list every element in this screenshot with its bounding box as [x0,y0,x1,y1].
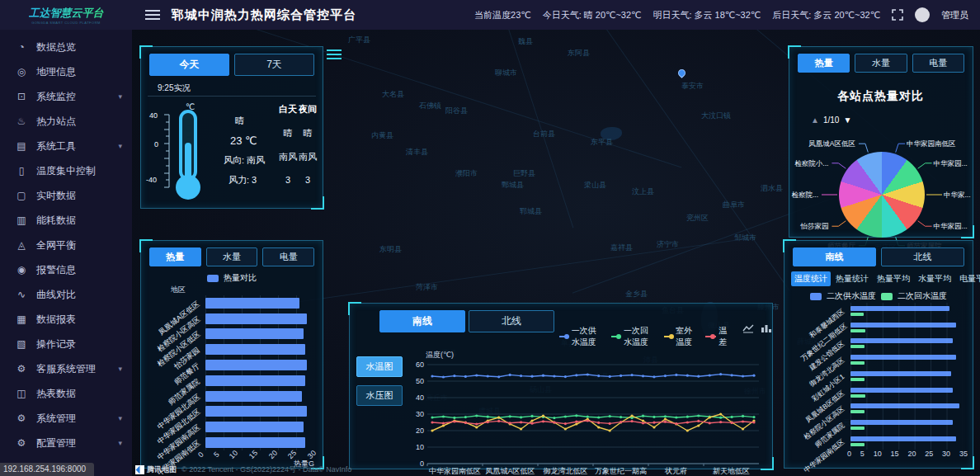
sidebar-item-history[interactable]: ▧操作记录 [0,332,132,356]
heat-bar [205,344,305,355]
sidebar-item-toolbox[interactable]: ▤系统工具▾ [0,134,132,158]
tab-south-line[interactable]: 南线 [793,247,876,266]
user-avatar[interactable] [915,7,930,22]
tab-electric[interactable]: 电量 [912,54,964,73]
subtab-电量平均[interactable]: 电量平均 [956,271,980,286]
sidebar-item-alarm-bell[interactable]: ◉报警信息 [0,257,132,282]
x-tick-label: 15 [891,450,899,458]
heat-bar [205,360,307,370]
chart-type-bar-icon[interactable] [761,323,772,333]
sidebar-item-label: 系统管理 [36,412,76,426]
heat-meter-icon: ◫ [15,388,28,399]
sidebar-item-compass[interactable]: ◎地理信息 [0,59,132,84]
weather-panel: 今天 7天 9:25实况 ℃ 40 0 [140,46,323,209]
sidebar-item-realtime-data[interactable]: ▢实时数据 [0,183,132,208]
chart-mode-buttons: 水温图 水压图 [350,348,403,406]
water-temp-button[interactable]: 水温图 [356,356,403,377]
collapse-menu-icon[interactable] [145,10,160,20]
tab-7days[interactable]: 7天 [234,54,314,76]
right-panel-tabs: 南线 北线 [784,241,973,270]
chart-type-line-icon[interactable] [742,323,754,333]
subtab-温度统计[interactable]: 温度统计 [791,271,831,286]
pie-slice-label: 怡莎家园 [800,222,828,232]
chevron-down-icon: ▾ [118,365,122,373]
map-place-label: 兖州区 [686,213,709,224]
sidebar-item-network-balance[interactable]: ◬全网平衡 [0,233,132,257]
sidebar-item-gauge[interactable]: ◔数据总览 [0,35,132,59]
water-pressure-button[interactable]: 水压图 [356,385,403,406]
service-gear-icon: ⚙ [15,363,28,375]
tab-north-line[interactable]: 北线 [469,310,554,332]
fullscreen-icon[interactable] [892,9,903,21]
panel-collapse-icon[interactable] [327,48,343,61]
temp-bar-plot: 和泰馨城西区万象世纪二期低区建发公馆低区御龙湾北高区彩虹城小区1凤凰城B区低区检… [791,303,966,450]
heat-legend-swatch [207,275,219,282]
col-day-header: 白天 [278,103,298,115]
map-place-label: 邹城市 [734,233,756,243]
map-place-label: 泰安市 [681,81,704,92]
sidebar-item-heat-station[interactable]: ♨热力站点 [0,109,132,134]
map-place-label: 濮阳市 [455,168,478,179]
map-place-label: 广平县 [348,35,370,45]
heat-bar [205,298,299,309]
map-place-label: 东平县 [591,137,613,148]
tencent-logo-text: 腾讯地图 [147,464,177,475]
sidebar-item-thermostat[interactable]: ▯温度集中控制 [0,158,132,183]
tab-north-line[interactable]: 北线 [881,247,964,266]
pie-slice-label: 检察院... [791,191,818,200]
heat-y-axis-name: 地区 [141,285,323,295]
legend-item: 室外温度 [664,325,697,348]
sidebar-item-curve-compare[interactable]: ∿曲线对比 [0,282,132,307]
sidebar-item-label: 操作记录 [36,337,76,351]
pie-slice-label: 中华家园... [934,159,968,169]
sidebar-item-label: 系统工具 [36,139,76,153]
svg-text:御龙湾北低区: 御龙湾北低区 [544,467,588,475]
tab-heat[interactable]: 热量 [149,247,201,266]
weather-now: 晴 23 ℃ 风向: 南风 风力: 3 [224,100,278,205]
tab-today[interactable]: 今天 [149,54,229,76]
heat-legend-label: 热量对比 [224,272,257,284]
sidebar-item-heat-meter[interactable]: ◫热表数据 [0,381,132,406]
svg-text:万象世纪一期高: 万象世纪一期高 [595,467,647,475]
day-power: 3 [278,175,298,185]
sidebar-item-system-gear[interactable]: ⚙系统管理▾ [0,406,132,431]
tab-electric[interactable]: 电量 [262,247,314,266]
now-temp: 23 ℃ [224,134,278,147]
svg-text:0: 0 [420,460,424,468]
sidebar-item-service-gear[interactable]: ⚙客服系统管理▾ [0,356,132,381]
toolbox-icon: ▤ [15,140,28,152]
subtab-热量统计[interactable]: 热量统计 [832,271,872,286]
map-attribution: 腾讯地图 © 2022 Tencent - GS(2022)2224号 - Da… [135,464,351,475]
svg-text:凤凰城A区低区: 凤凰城A区低区 [485,467,535,475]
tab-heat[interactable]: 热量 [798,54,850,73]
sidebar-item-energy-data[interactable]: ▥能耗数据 [0,208,132,233]
tab-water[interactable]: 水量 [206,247,258,266]
tab-south-line[interactable]: 南线 [379,310,465,332]
sidebar-item-label: 实时数据 [36,189,76,203]
curve-compare-icon: ∿ [15,289,28,300]
realtime-data-icon: ▢ [15,190,28,201]
map-place-label: 嘉祥县 [610,243,633,253]
line-chart-legend: 一次供水温度一次回水温度室外温度温差 [559,304,731,348]
sidebar-item-config-gear[interactable]: ⚙配置管理▾ [0,431,132,455]
legend-item: 一次供水温度 [559,325,603,348]
temp-x-ticks: 05101520253035 [847,450,968,458]
svg-text:新天地低区: 新天地低区 [713,467,750,475]
right-panel-subtabs: 温度统计热量统计热量平均水量平均电量平均 [784,270,973,288]
map-place-label: 东阿县 [568,48,590,59]
sidebar-item-report[interactable]: ▦数据报表 [0,307,132,332]
tab-water[interactable]: 水量 [855,54,907,73]
svg-text:30: 30 [416,410,424,418]
map-place-label: 金乡县 [625,289,648,299]
weather-day-night-table: 白天 晴 南风 3 夜间 晴 南风 3 [278,100,318,205]
heat-legend: 热量对比 [141,270,323,285]
subtab-水量平均[interactable]: 水量平均 [915,271,954,286]
svg-text:20: 20 [416,427,424,435]
weather-time-label: 9:25实况 [148,79,316,97]
sidebar-item-monitor[interactable]: ⊡系统监控▾ [0,84,132,109]
map-place-label: 曲阜市 [723,200,745,210]
map-canvas[interactable]: 今天 7天 9:25实况 ℃ 40 0 [132,30,980,476]
map-location-pin[interactable] [676,68,687,78]
legend-line-marker [705,336,716,337]
subtab-热量平均[interactable]: 热量平均 [874,271,913,286]
